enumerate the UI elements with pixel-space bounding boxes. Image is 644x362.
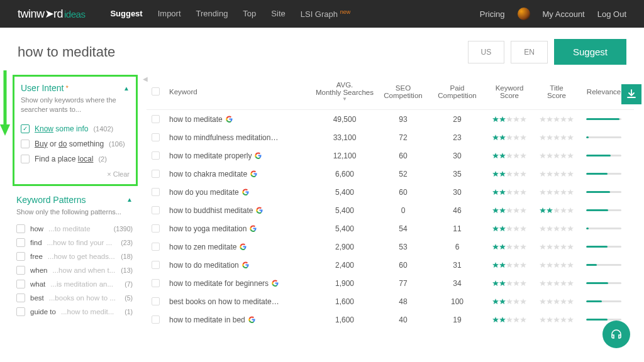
- region-select[interactable]: US: [468, 41, 505, 63]
- avg-cell: 1,900: [313, 279, 376, 288]
- avg-cell: 5,400: [313, 224, 376, 233]
- checkbox[interactable]: [21, 155, 30, 163]
- table-row[interactable]: best books on how to meditate… 1,600 48 …: [147, 292, 634, 310]
- row-checkbox[interactable]: [152, 151, 160, 160]
- row-checkbox[interactable]: [152, 170, 160, 178]
- resize-handle-icon[interactable]: ◀: [143, 75, 148, 82]
- keyword-score-cell: [484, 171, 535, 177]
- row-checkbox[interactable]: [152, 115, 160, 123]
- checkbox[interactable]: [16, 280, 25, 288]
- caret-up-icon: ▲: [123, 85, 130, 92]
- col-title-score[interactable]: TitleScore: [535, 84, 579, 99]
- search-row: US EN Suggest: [0, 28, 644, 74]
- checkbox[interactable]: [21, 140, 30, 148]
- nav-import[interactable]: Import: [158, 9, 181, 19]
- keyword-score-cell: [484, 317, 535, 323]
- pattern-filter-item[interactable]: best ...books on how to ...(5): [16, 291, 133, 305]
- nav-my-account[interactable]: My Account: [543, 9, 585, 19]
- pattern-filter-item[interactable]: guide to ...how to medit...(1): [16, 305, 133, 319]
- keyword-cell: how to meditate: [169, 115, 313, 124]
- checkbox[interactable]: [16, 252, 25, 261]
- relevance-cell: [579, 300, 629, 302]
- relevance-cell: [579, 173, 629, 175]
- pattern-filter-item[interactable]: how ...to meditate(1390): [16, 222, 133, 236]
- seo-cell: 60: [376, 151, 430, 160]
- pattern-filter-item[interactable]: what ...is meditation an...(7): [16, 277, 133, 291]
- user-intent-panel: User Intent* ▲ Show only keywords where …: [13, 75, 138, 186]
- relevance-cell: [579, 136, 629, 138]
- table-row[interactable]: how to chakra meditate 6,600 52 35: [147, 165, 634, 183]
- col-seo-competition[interactable]: SEOCompetition: [376, 84, 430, 99]
- col-avg-searches[interactable]: AVG.Monthly Searches▼: [313, 81, 376, 102]
- support-fab[interactable]: [602, 321, 630, 348]
- keyword-cell: how to meditate properly: [169, 151, 313, 160]
- nav-top[interactable]: Top: [243, 9, 256, 19]
- row-checkbox[interactable]: [152, 297, 160, 305]
- table-row[interactable]: how to do meditation 2,400 60 31: [147, 256, 634, 274]
- avatar[interactable]: [518, 8, 530, 20]
- row-checkbox[interactable]: [152, 315, 160, 324]
- table-row[interactable]: how to buddhist meditate 5,400 0 46: [147, 201, 634, 219]
- keyword-patterns-title[interactable]: Keyword Patterns ▲: [16, 195, 133, 205]
- keyword-cell: how to meditate in bed: [169, 315, 313, 324]
- table-row[interactable]: how to meditate 49,500 93 29: [147, 110, 634, 128]
- row-checkbox[interactable]: [152, 243, 160, 251]
- row-checkbox[interactable]: [152, 224, 160, 233]
- row-checkbox[interactable]: [152, 188, 160, 196]
- checkbox[interactable]: [16, 238, 25, 247]
- row-checkbox[interactable]: [152, 261, 160, 269]
- user-intent-title[interactable]: User Intent* ▲: [21, 83, 130, 93]
- keyword-patterns-panel: Keyword Patterns ▲ Show only the followi…: [3, 187, 142, 326]
- checkbox[interactable]: [16, 293, 25, 302]
- intent-filter-item[interactable]: Buy or do something (106): [21, 136, 130, 151]
- suggest-button[interactable]: Suggest: [554, 39, 626, 65]
- checkbox[interactable]: [16, 224, 25, 233]
- row-checkbox[interactable]: [152, 279, 160, 287]
- nav-lsi-graph[interactable]: LSI Graph new: [301, 9, 350, 19]
- nav-suggest[interactable]: Suggest: [110, 9, 142, 19]
- avg-cell: 6,600: [313, 170, 376, 178]
- row-checkbox[interactable]: [152, 133, 160, 141]
- paid-cell: 34: [430, 279, 484, 288]
- search-input[interactable]: [18, 44, 462, 60]
- language-select[interactable]: EN: [511, 41, 548, 63]
- keyword-score-cell: [484, 299, 535, 305]
- table-row[interactable]: how to meditate in bed 1,600 40 19: [147, 310, 634, 329]
- keyword-cell: how to buddhist meditate: [169, 206, 313, 215]
- nav-logout[interactable]: Log Out: [597, 9, 626, 19]
- download-button[interactable]: [621, 84, 641, 104]
- select-all-checkbox[interactable]: [152, 87, 160, 96]
- title-score-cell: [535, 116, 579, 123]
- title-score-cell: [535, 134, 579, 141]
- pattern-filter-item[interactable]: find ...how to find your ...(23): [16, 236, 133, 250]
- nav-pricing[interactable]: Pricing: [480, 9, 505, 19]
- intent-filter-item[interactable]: Find a place local (2): [21, 151, 130, 167]
- checkbox[interactable]: [16, 266, 25, 275]
- nav-trending[interactable]: Trending: [196, 9, 228, 19]
- pattern-filter-item[interactable]: when ...how and when t...(13): [16, 263, 133, 277]
- logo[interactable]: twinw➤rdideas: [18, 7, 85, 21]
- title-score-cell: [535, 280, 579, 287]
- col-paid-competition[interactable]: PaidCompetition: [430, 84, 484, 99]
- checkbox[interactable]: ✓: [21, 124, 30, 133]
- col-keyword-score[interactable]: KeywordScore: [484, 84, 535, 99]
- avg-cell: 33,100: [313, 133, 376, 142]
- table-row[interactable]: how to meditate for beginners 1,900 77 3…: [147, 274, 634, 292]
- row-checkbox[interactable]: [152, 206, 160, 214]
- keyword-patterns-subtitle: Show only the following patterns...: [16, 207, 133, 217]
- clear-filter-link[interactable]: × Clear: [21, 170, 130, 178]
- checkbox[interactable]: [16, 307, 25, 316]
- avg-cell: 5,400: [313, 206, 376, 215]
- table-row[interactable]: how to meditate properly 12,100 60 30: [147, 146, 634, 165]
- table-row[interactable]: how to mindfulness meditation… 33,100 72…: [147, 128, 634, 146]
- pattern-filter-item[interactable]: free ...how to get heads...(18): [16, 250, 133, 263]
- table-row[interactable]: how to zen meditate 2,900 53 6: [147, 238, 634, 256]
- avg-cell: 5,400: [313, 188, 376, 197]
- table-row[interactable]: how to yoga meditation 5,400 54 11: [147, 219, 634, 238]
- keyword-cell: how do you meditate: [169, 188, 313, 197]
- nav-site[interactable]: Site: [271, 9, 285, 19]
- col-keyword[interactable]: Keyword: [169, 88, 313, 96]
- avg-cell: 49,500: [313, 115, 376, 124]
- intent-filter-item[interactable]: ✓Know some info (1402): [21, 121, 130, 136]
- table-row[interactable]: how do you meditate 5,400 60 30: [147, 183, 634, 201]
